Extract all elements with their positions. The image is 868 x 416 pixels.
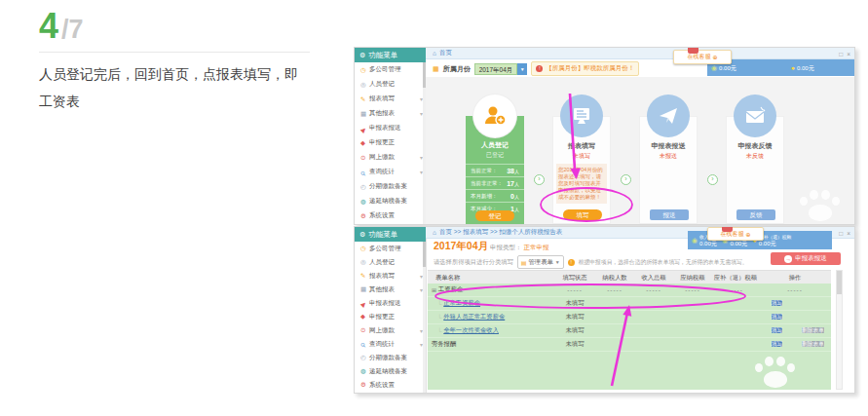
month-select[interactable]: 2017年04月 ▼ [474, 63, 528, 75]
restore-button[interactable]: □ [839, 51, 843, 57]
sidebar-item[interactable]: ✎ 报表填写 ▾ [355, 92, 426, 106]
step-total: /7 [61, 15, 84, 44]
step-description: 人员登记完后，回到首页，点报表填写，即工资表 [39, 60, 308, 115]
online-service-button[interactable]: 在线客服⊕ [707, 227, 764, 241]
calendar-icon: ▦ [433, 65, 439, 73]
form-name[interactable]: 外籍人员正常工资薪金 [443, 313, 505, 321]
sidebar-item[interactable]: ◆ 申报更正 ▾ [355, 310, 426, 323]
time-icon: ◴ [360, 354, 369, 361]
register-button[interactable]: 登记 [475, 210, 514, 221]
manage-forms-dropdown[interactable]: ▤ 管理表单 ▼ [517, 255, 564, 269]
submit-declaration-button[interactable]: → 申报表报送 [771, 252, 841, 265]
chevron-down-icon: ▼ [555, 259, 560, 265]
sidebar-item[interactable]: ▦ 其他报表 ▾ [355, 283, 426, 296]
form-table: ⊞工资薪金 ----- ----- ----- ----- ----- ----… [428, 284, 831, 390]
tab-bar: ⌂ 首页 [426, 48, 854, 59]
filter-row: 请选择所得项目进行分类填写 ▤ 管理表单 ▼ ! 根据申报项目，选择合适的所得表… [434, 255, 748, 269]
sidebar-item[interactable]: ▦ 其他报表 ▾ [355, 106, 426, 121]
month-warning: ! 【所属月份】即税款所属月份！ [531, 61, 639, 76]
dropdown-arrow-icon[interactable]: ▼ [517, 63, 527, 75]
paw-watermark [800, 190, 841, 223]
period-title: 2017年04月 [434, 240, 488, 253]
sidebar-item[interactable]: ◍ 递延纳税备案 ▾ [355, 194, 426, 208]
card-declaration-feedback: 申报表反馈 未反馈 反馈 [726, 116, 784, 224]
help-icon: ⊕ [745, 231, 750, 238]
card-stat-row: 当前正常： 38人 [466, 164, 524, 176]
close-button[interactable]: × [847, 51, 850, 57]
next-step-arrow-icon: › [707, 174, 718, 185]
sidebar-item[interactable]: ◎ 人员登记 ▾ [355, 255, 426, 269]
sidebar-item[interactable]: ✎ 报表填写 ▾ [355, 269, 426, 283]
sidebar-item[interactable]: ◷ 多公司管理 ▾ [355, 242, 426, 255]
time-icon: ◴ [360, 183, 369, 191]
period-row: 2017年04月 申报类型： 正常申报 [434, 240, 549, 253]
column-header: 纳税人数 [595, 274, 634, 283]
fill-button[interactable]: 填写 [772, 327, 783, 333]
fill-button[interactable]: 填写 [772, 300, 783, 306]
card-stat-row: 当前非正常： 17人 [466, 176, 524, 189]
form-name[interactable]: 全年一次性奖金收入 [443, 326, 499, 335]
arrow-right-icon: → [784, 255, 792, 263]
column-header: 操作 [759, 274, 831, 283]
fill-button[interactable]: 填写 [563, 209, 602, 220]
pin-icon: ◆ [360, 313, 369, 321]
sidebar-header: ⚙ 功能菜单 [355, 227, 426, 242]
column-header: 应补（退）税额 [712, 274, 759, 283]
clock-icon: ◷ [360, 245, 369, 252]
moneybag-icon: ● [791, 64, 795, 71]
sidebar-item[interactable]: ◍ 递延纳税备案 ▾ [355, 364, 426, 378]
send-button[interactable]: 报送 [650, 209, 689, 220]
sidebar-item[interactable]: ◴ 分期缴款备案 ▾ [355, 351, 426, 364]
expand-icon[interactable]: ⊞ [432, 286, 436, 293]
form-notice: 根据申报项目，选择合适的所得表单填写，无所得的表单无需填写。 [579, 258, 748, 267]
close-button[interactable]: × [847, 230, 850, 237]
list-icon: ▤ [521, 259, 527, 266]
sidebar-item[interactable]: ⚙ 系统设置 ▾ [355, 208, 426, 223]
sidebar: ⚙ 功能菜单 ◷ 多公司管理 ▾ ◎ 人员登记 ▾ ✎ 报表填写 ▾ ▦ 其他报… [355, 48, 427, 224]
sidebar-item[interactable]: ⊙ 网上缴款 ▾ [355, 150, 426, 165]
pin-icon: ◆ [360, 139, 369, 147]
report-icon [560, 95, 603, 137]
gear-icon: ⚙ [360, 212, 369, 220]
step-number: 4 [39, 6, 58, 46]
home-icon: ⌂ [433, 229, 436, 236]
sidebar-item[interactable]: ◴ 分期缴款备案 ▾ [355, 179, 426, 194]
table-scrollbar[interactable] [836, 270, 843, 390]
window-controls: □ × [839, 230, 850, 237]
report-note: 您2017年04月份的报表还未填写，请您及时填写报表并申报缴款，以免造成不必要的… [556, 164, 607, 204]
sidebar-item[interactable]: ⊙ 网上缴款 ▾ [355, 323, 426, 337]
grid-icon: ▦ [360, 285, 369, 293]
mascot-icon [722, 227, 733, 232]
delete-form-button[interactable]: 删除表单 [802, 341, 824, 347]
select-hint: 请选择所得项目进行分类填写 [434, 258, 513, 267]
fill-button[interactable]: 填写 [772, 314, 783, 320]
table-row: ⊞工资薪金 ----- ----- ----- ----- ----- ----… [428, 284, 831, 297]
tab-home[interactable]: 首页 [439, 49, 452, 57]
sidebar-item[interactable]: ◷ 多公司管理 ▾ [355, 62, 426, 77]
home-icon: ⌂ [433, 50, 436, 57]
sidebar-item[interactable]: ▶ 申报表报送 ▾ [355, 296, 426, 310]
sidebar-item[interactable]: ◆ 申报更正 ▾ [355, 135, 426, 150]
person-add-icon [473, 95, 516, 137]
restore-button[interactable]: □ [839, 230, 843, 237]
table-row: └正常工资薪金 未填写 填写 [428, 297, 831, 311]
feedback-button[interactable]: 反馈 [736, 209, 775, 220]
online-service-button[interactable]: 在线客服⊕ [673, 50, 732, 64]
form-name[interactable]: 正常工资薪金 [443, 299, 480, 308]
delete-form-button[interactable]: 删除表单 [802, 327, 824, 333]
sidebar-item[interactable]: ◎ 人员登记 ▾ [355, 77, 426, 92]
sidebar-item[interactable]: ⚲ 查询统计 ▾ [355, 337, 426, 351]
main-area: ⌂ 首页 >> 报表填写 >> 扣缴个人所得税报告表 2017年04月 申报类型… [426, 227, 854, 393]
card-stat-row: 本月新增： 0人 [466, 189, 524, 202]
form-name: 工资薪金 [438, 285, 463, 294]
sidebar-item[interactable]: ⚲ 查询统计 ▾ [355, 165, 426, 179]
sidebar-item[interactable]: ⚙ 系统设置 ▾ [355, 378, 426, 392]
card-personnel-register: 人员登记 已登记 当前正常： 38人 当前非正常： 17人 本月新增： 0人 本… [466, 116, 524, 224]
pay-icon: ⊙ [360, 326, 369, 334]
info-icon: ◎ [360, 81, 369, 89]
column-header: 收入总额 [634, 274, 673, 283]
globe-icon: ◍ [360, 198, 369, 206]
sidebar-item[interactable]: ▶ 申报表报送 ▾ [355, 121, 426, 135]
fill-button[interactable]: 填写 [772, 341, 783, 347]
grid-icon: ▦ [360, 110, 369, 118]
